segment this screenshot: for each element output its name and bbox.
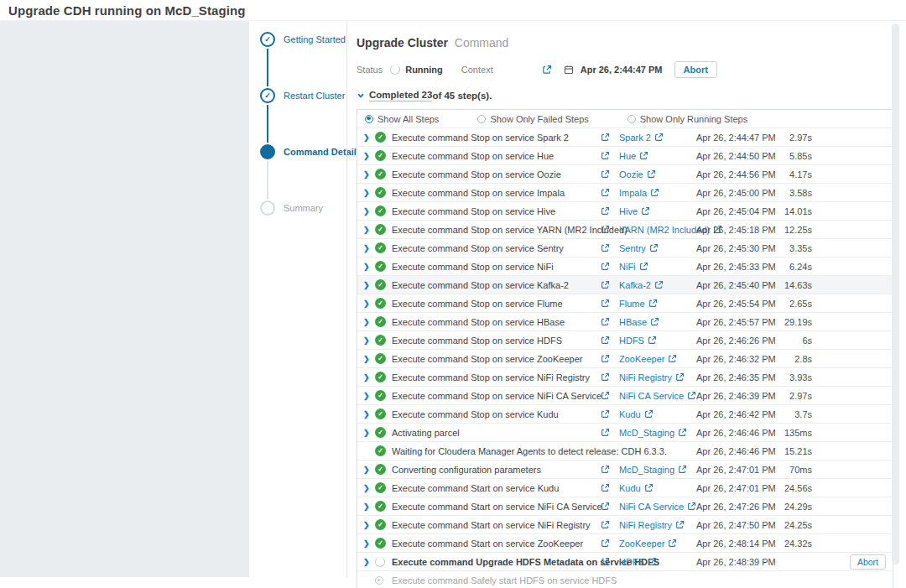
step-row[interactable]: ❯✓Execute command Start on service NiFi … xyxy=(357,497,893,516)
step-row[interactable]: ❯✓Execute command Start on service ZooKe… xyxy=(357,534,893,553)
service-link[interactable]: McD_Staging xyxy=(619,465,696,475)
external-link-icon[interactable] xyxy=(601,520,619,529)
stepper-step-summary[interactable]: Summary xyxy=(260,200,346,226)
step-row[interactable]: ❯✓Execute command Stop on service Impala… xyxy=(357,184,893,202)
service-link-label[interactable]: NiFi CA Service xyxy=(619,502,684,512)
external-link-icon[interactable] xyxy=(601,409,619,419)
external-link-icon[interactable] xyxy=(601,188,619,197)
service-link[interactable]: HDFS xyxy=(619,557,696,567)
service-link-label[interactable]: NiFi Registry xyxy=(619,520,672,530)
service-link[interactable]: NiFi CA Service xyxy=(619,391,696,401)
external-link-icon[interactable] xyxy=(601,262,619,271)
service-link-label[interactable]: HBase xyxy=(619,317,647,327)
service-link[interactable]: NiFi Registry xyxy=(619,520,696,530)
service-link[interactable]: Kudu xyxy=(619,409,696,419)
service-link-label[interactable]: Spark 2 xyxy=(619,133,651,143)
external-link-icon[interactable] xyxy=(601,133,619,142)
expand-chevron-icon[interactable]: ❯ xyxy=(363,539,375,548)
service-link-label[interactable]: Impala xyxy=(619,188,647,198)
external-link-icon[interactable] xyxy=(601,391,619,400)
service-link[interactable]: ZooKeeper xyxy=(619,354,696,364)
service-link-label[interactable]: Hue xyxy=(619,151,636,161)
external-link-icon[interactable] xyxy=(601,557,619,566)
service-link[interactable]: McD_Staging xyxy=(619,428,696,438)
expand-chevron-icon[interactable]: ❯ xyxy=(363,170,375,179)
service-link-label[interactable]: Kudu xyxy=(619,409,641,419)
service-link-label[interactable]: McD_Staging xyxy=(619,428,674,438)
expand-chevron-icon[interactable]: ❯ xyxy=(363,133,375,142)
step-row[interactable]: Execute command Safely start HDFS on ser… xyxy=(357,571,893,588)
external-link-icon[interactable] xyxy=(601,169,619,179)
step-row[interactable]: ❯✓Execute command Stop on service HueHue… xyxy=(357,147,893,165)
external-link-icon[interactable] xyxy=(601,336,619,345)
step-row[interactable]: ❯✓Execute command Start on service KuduK… xyxy=(357,479,893,497)
external-link-icon[interactable] xyxy=(601,428,619,437)
expand-chevron-icon[interactable]: ❯ xyxy=(363,558,375,566)
external-link-icon[interactable] xyxy=(542,65,552,75)
abort-command-button[interactable]: Abort xyxy=(674,61,717,78)
service-link[interactable]: HDFS xyxy=(619,336,696,346)
expand-chevron-icon[interactable]: ❯ xyxy=(363,429,375,437)
expand-chevron-icon[interactable]: ❯ xyxy=(363,263,375,271)
stepper-step-getting-started[interactable]: ✓Getting Started xyxy=(260,32,346,88)
abort-step-button[interactable]: Abort xyxy=(850,554,886,570)
service-link[interactable]: NiFi Registry xyxy=(619,372,696,382)
external-link-icon[interactable] xyxy=(601,465,619,474)
external-link-icon[interactable] xyxy=(601,151,619,160)
service-link[interactable]: Oozie xyxy=(619,169,696,180)
service-link[interactable]: Impala xyxy=(619,188,696,198)
step-row[interactable]: ❯✓Execute command Stop on service NiFiNi… xyxy=(357,258,893,276)
expand-chevron-icon[interactable]: ❯ xyxy=(363,373,375,382)
service-link[interactable]: NiFi xyxy=(619,262,696,272)
external-link-icon[interactable] xyxy=(601,317,619,326)
service-link-label[interactable]: ZooKeeper xyxy=(619,354,664,364)
service-link[interactable]: Spark 2 xyxy=(619,133,696,143)
step-row[interactable]: ❯✓Execute command Stop on service Kafka-… xyxy=(357,276,893,294)
step-row[interactable]: ❯✓Execute command Stop on service YARN (… xyxy=(357,221,893,239)
expand-chevron-icon[interactable]: ❯ xyxy=(363,336,375,345)
external-link-icon[interactable] xyxy=(601,539,619,548)
step-row[interactable]: ❯✓Execute command Start on service NiFi … xyxy=(357,516,893,534)
external-link-icon[interactable] xyxy=(601,225,619,234)
step-row[interactable]: ❯✓Execute command Stop on service KuduKu… xyxy=(357,405,893,424)
filter-option-1[interactable]: Show Only Failed Steps xyxy=(477,114,588,124)
step-row[interactable]: ❯✓Execute command Stop on service NiFi C… xyxy=(357,387,893,405)
service-link-label[interactable]: Kudu xyxy=(619,483,641,493)
scrollbar-track[interactable] xyxy=(892,23,899,565)
expand-chevron-icon[interactable]: ❯ xyxy=(363,226,375,234)
service-link-label[interactable]: NiFi CA Service xyxy=(619,391,684,401)
filter-option-2[interactable]: Show Only Running Steps xyxy=(627,114,747,124)
expand-chevron-icon[interactable]: ❯ xyxy=(363,299,375,308)
step-row[interactable]: ❯✓Execute command Stop on service HiveHi… xyxy=(357,202,893,221)
service-link-label[interactable]: Oozie xyxy=(619,169,643,180)
step-row[interactable]: ❯✓Execute command Stop on service Sentry… xyxy=(357,239,893,258)
expand-chevron-icon[interactable]: ❯ xyxy=(363,281,375,289)
step-row[interactable]: ❯✓Execute command Stop on service FlumeF… xyxy=(357,294,893,313)
stepper-step-restart-cluster[interactable]: ✓Restart Cluster xyxy=(260,88,346,144)
external-link-icon[interactable] xyxy=(601,243,619,252)
progress-completed-link[interactable]: Completed 23 xyxy=(369,90,432,101)
service-link-label[interactable]: HDFS xyxy=(619,557,644,567)
service-link-label[interactable]: Kafka-2 xyxy=(619,280,651,290)
external-link-icon[interactable] xyxy=(601,483,619,492)
expand-chevron-icon[interactable]: ❯ xyxy=(363,410,375,419)
service-link[interactable]: Kudu xyxy=(619,483,696,493)
step-row[interactable]: ❯Execute command Upgrade HDFS Metadata o… xyxy=(357,553,893,571)
service-link-label[interactable]: Hive xyxy=(619,206,638,216)
external-link-icon[interactable] xyxy=(601,299,619,308)
external-link-icon[interactable] xyxy=(601,354,619,363)
service-link-label[interactable]: ZooKeeper xyxy=(619,539,664,549)
expand-chevron-icon[interactable]: ❯ xyxy=(363,318,375,326)
expand-chevron-icon[interactable]: ❯ xyxy=(363,207,375,216)
expand-chevron-icon[interactable]: ❯ xyxy=(363,152,375,160)
stepper-step-command-details[interactable]: Command Details xyxy=(260,144,346,200)
expand-chevron-icon[interactable]: ❯ xyxy=(363,244,375,252)
service-link-label[interactable]: NiFi Registry xyxy=(619,372,672,382)
service-link-label[interactable]: Flume xyxy=(619,299,645,309)
service-link[interactable]: Hue xyxy=(619,151,696,161)
service-link[interactable]: ZooKeeper xyxy=(619,539,696,549)
service-link-label[interactable]: HDFS xyxy=(619,336,644,346)
external-link-icon[interactable] xyxy=(601,206,619,216)
service-link[interactable]: NiFi CA Service xyxy=(619,502,696,512)
filter-option-0[interactable]: Show All Steps xyxy=(365,114,439,124)
